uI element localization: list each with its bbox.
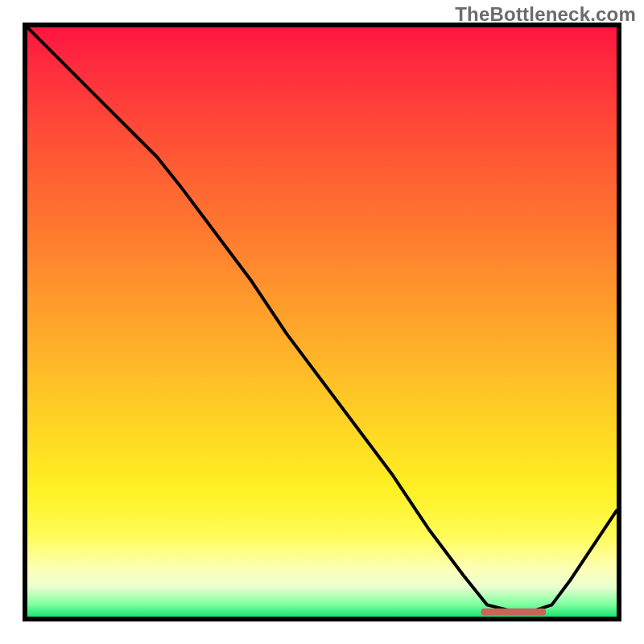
chart-frame: TheBottleneck.com <box>0 0 644 644</box>
marker-layer-svg <box>27 27 617 617</box>
watermark-text: TheBottleneck.com <box>455 3 636 26</box>
highlight-marker <box>481 609 547 616</box>
plot-area <box>23 23 621 621</box>
